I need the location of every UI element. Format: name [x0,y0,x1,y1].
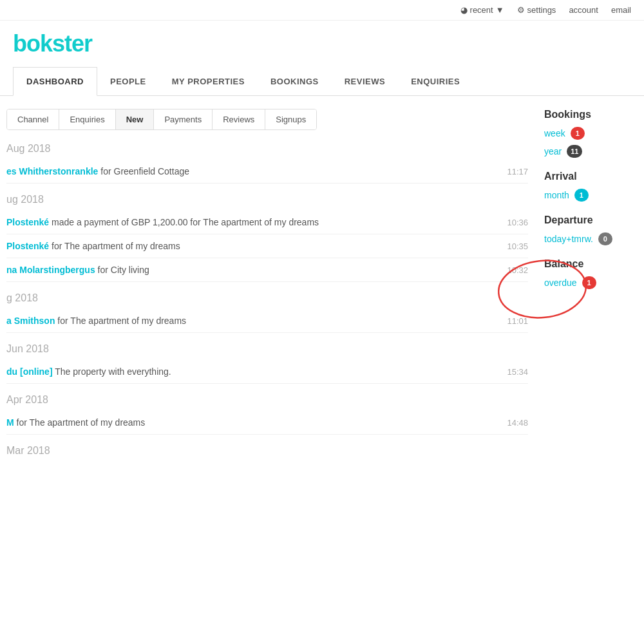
sidebar-bookings: Bookings week 1 year 11 [544,109,634,158]
gear-icon: ⚙ [517,5,525,15]
week-link[interactable]: week [544,128,565,138]
activity-time: 10:36 [507,218,528,227]
sidebar-departure-title: Departure [544,214,634,226]
date-header-1: Aug 2018 [6,143,528,155]
right-sidebar: Bookings week 1 year 11 Arrival month 1 … [541,96,644,475]
logo-b: b [13,30,26,57]
activity-item: a Smithson for The apartment of my dream… [6,309,528,333]
tab-channel[interactable]: Channel [7,109,59,129]
tab-payments[interactable]: Payments [154,109,213,129]
nav-bookings[interactable]: BOOKINGS [258,68,332,95]
activity-detail: for The apartment of my dreams [52,241,180,251]
nav-reviews[interactable]: REVIEWS [332,68,398,95]
email-link[interactable]: email [611,5,631,15]
activity-name[interactable]: Plostenké [6,241,49,251]
activity-time: 11:17 [507,167,528,176]
activity-time: 14:48 [507,418,528,428]
activity-name[interactable]: es Whitherstonrankle [6,166,98,176]
activity-item: du [online] The property with everything… [6,360,528,384]
account-link[interactable]: account [569,5,598,15]
activity-time: 15:34 [507,367,528,377]
activity-text: a Smithson for The apartment of my dream… [6,316,186,326]
dropdown-arrow-icon: ▼ [496,5,504,15]
recent-menu[interactable]: ◕ recent ▼ [460,5,504,15]
sidebar-link-week[interactable]: week 1 [544,127,634,140]
activity-name[interactable]: M [6,417,14,428]
activity-name[interactable]: na Molarstingbergus [6,265,95,275]
activity-item: es Whitherstonrankle for Greenfield Cott… [6,160,528,184]
content-wrapper: Channel Enquiries New Payments Reviews S… [0,96,644,475]
activity-detail: for The apartment of my dreams [17,417,146,428]
top-bar: ◕ recent ▼ ⚙ settings account email [0,0,644,21]
header: bokster [0,21,644,61]
year-link[interactable]: year [544,146,562,156]
sidebar-link-year[interactable]: year 11 [544,145,634,158]
month-badge: 1 [574,189,589,202]
activity-name[interactable]: a Smithson [6,316,55,326]
activity-time: 11:01 [507,316,528,326]
sidebar-balance-title: Balance [544,258,634,270]
sidebar-arrival-title: Arrival [544,171,634,182]
activity-text: na Molarstingbergus for City living [6,265,149,275]
activity-time: 10:35 [507,242,528,251]
sidebar-arrival: Arrival month 1 [544,171,634,202]
tab-enquiries[interactable]: Enquiries [59,109,115,129]
overdue-badge: 1 [582,276,596,289]
logo: bokster [13,30,92,57]
main-content: Channel Enquiries New Payments Reviews S… [0,96,541,475]
todaytmrw-badge: 0 [598,232,612,245]
activity-detail: for City living [98,265,149,275]
activity-text: du [online] The property with everything… [6,366,171,377]
activity-detail: The property with everything. [55,366,171,377]
date-header-3: g 2018 [6,292,528,304]
nav-people[interactable]: PEOPLE [97,68,159,95]
nav-dashboard[interactable]: DASHBOARD [13,67,97,96]
sidebar-link-overdue[interactable]: overdue 1 [544,276,634,289]
recent-label: recent [470,5,493,15]
sidebar-link-todaytmrw[interactable]: today+tmrw. 0 [544,232,634,245]
activity-name[interactable]: du [online] [6,366,53,377]
tab-new[interactable]: New [116,109,155,129]
month-link[interactable]: month [544,190,569,200]
activity-name[interactable]: Plostenké [6,217,49,227]
date-header-6: Mar 2018 [6,445,528,457]
activity-text: es Whitherstonrankle for Greenfield Cott… [6,166,189,176]
sidebar-departure: Departure today+tmrw. 0 [544,214,634,245]
activity-text: M for The apartment of my dreams [6,417,145,428]
tab-reviews[interactable]: Reviews [213,109,265,129]
date-header-5: Apr 2018 [6,394,528,406]
tab-signups[interactable]: Signups [265,109,316,129]
activity-item: na Molarstingbergus for City living 10:3… [6,258,528,282]
logo-text: okster [26,30,92,57]
activity-time: 10:32 [507,265,528,275]
activity-detail: made a payment of GBP 1,200.00 for The a… [52,217,319,227]
sidebar-bookings-title: Bookings [544,109,634,120]
activity-detail: for Greenfield Cottage [100,166,189,176]
sub-tabs: Channel Enquiries New Payments Reviews S… [6,109,317,130]
settings-label: settings [527,5,556,15]
activity-text: Plostenké for The apartment of my dreams [6,241,180,251]
main-nav: DASHBOARD PEOPLE MY PROPERTIES BOOKINGS … [0,67,644,96]
activity-item: Plostenké made a payment of GBP 1,200.00… [6,211,528,234]
activity-detail: for The apartment of my dreams [57,316,186,326]
nav-enquiries[interactable]: ENQUIRIES [398,68,473,95]
year-badge: 11 [567,145,582,158]
nav-my-properties[interactable]: MY PROPERTIES [159,68,258,95]
activity-item: Plostenké for The apartment of my dreams… [6,234,528,258]
sidebar-link-month[interactable]: month 1 [544,189,634,202]
date-header-4: Jun 2018 [6,343,528,355]
sidebar-balance: Balance overdue 1 [544,258,634,289]
clock-icon: ◕ [460,5,468,15]
week-badge: 1 [571,127,585,140]
date-header-2: ug 2018 [6,194,528,205]
settings-menu[interactable]: ⚙ settings [517,5,556,15]
activity-item: M for The apartment of my dreams 14:48 [6,411,528,435]
activity-text: Plostenké made a payment of GBP 1,200.00… [6,217,319,227]
todaytmrw-link[interactable]: today+tmrw. [544,234,593,244]
overdue-link[interactable]: overdue [544,278,577,288]
